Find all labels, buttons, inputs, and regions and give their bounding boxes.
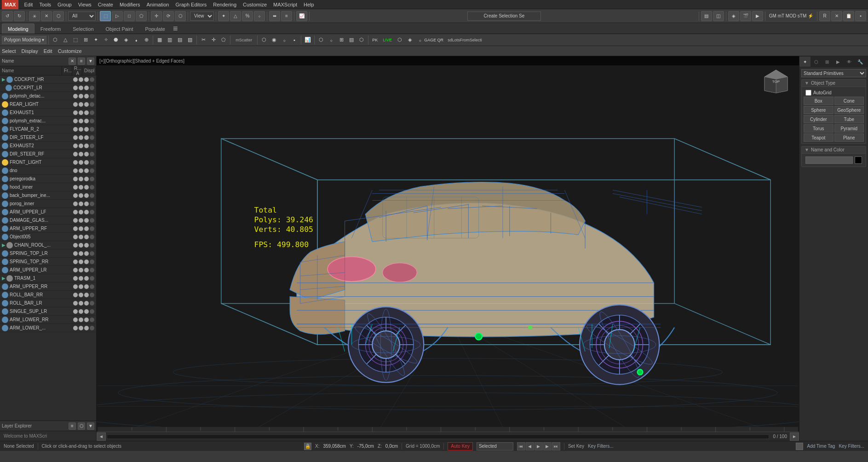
poly-icon10[interactable]: ⊕ bbox=[142, 35, 151, 45]
poly-icon9[interactable]: ⬧ bbox=[132, 35, 141, 45]
auto-key-btn[interactable]: Auto Key bbox=[448, 442, 473, 450]
selected-dropdown[interactable]: Selected bbox=[477, 442, 513, 450]
poly-icon2[interactable]: △ bbox=[61, 35, 70, 45]
poly-icon17[interactable]: ⬠ bbox=[219, 35, 228, 45]
list-item[interactable]: ROLL_BAR_LR bbox=[0, 299, 96, 307]
angle-snap[interactable]: △ bbox=[230, 11, 241, 21]
poly-icon1[interactable]: ⬡ bbox=[51, 35, 60, 45]
timeline-prev-btn[interactable]: ◄ bbox=[97, 433, 106, 441]
list-item[interactable]: DIR_STEER_LF bbox=[0, 133, 96, 142]
poly-icon4[interactable]: ⊞ bbox=[81, 35, 90, 45]
menu-graph-editors[interactable]: Graph Editors bbox=[172, 0, 209, 9]
list-item[interactable]: ARM_UPPER_RF bbox=[0, 225, 96, 233]
plane-btn[interactable]: Plane bbox=[834, 133, 864, 142]
poly-icon31[interactable]: GAGE bbox=[425, 35, 435, 45]
list-item[interactable]: ▶ COCKPIT_HR bbox=[0, 75, 96, 84]
list-item[interactable]: SPRING_TOP_RR bbox=[0, 258, 96, 266]
layer-btn2[interactable]: ⬡ bbox=[78, 422, 85, 430]
list-item[interactable]: ARM_LOWER_... bbox=[0, 324, 96, 332]
bind-button[interactable]: ⬡ bbox=[53, 11, 64, 21]
list-item[interactable]: EXHAUST2 bbox=[0, 142, 96, 150]
options-btn[interactable]: ≡ bbox=[78, 58, 85, 65]
list-item[interactable]: ROLL_BAR_RR bbox=[0, 291, 96, 299]
tube-btn[interactable]: Tube bbox=[834, 115, 864, 123]
viewport[interactable]: [+][Orthographic][Shaded + Edged Faces] bbox=[97, 56, 799, 441]
box-btn[interactable]: Box bbox=[804, 97, 834, 105]
poly-live[interactable]: LIVE bbox=[380, 35, 394, 45]
sphere-btn[interactable]: Sphere bbox=[804, 106, 834, 114]
list-item[interactable]: DIR_STEER_RF bbox=[0, 150, 96, 158]
tab-populate[interactable]: Populate bbox=[139, 23, 171, 34]
poly-icon28[interactable]: ⬡ bbox=[395, 35, 404, 45]
named-selection[interactable]: ▤ bbox=[701, 11, 712, 21]
list-item[interactable]: dno bbox=[0, 167, 96, 175]
poly-icon11[interactable]: ▦ bbox=[155, 35, 164, 45]
name-input[interactable] bbox=[805, 156, 853, 164]
right-tab-create[interactable]: ✦ bbox=[799, 57, 811, 67]
undo-button[interactable]: ↺ bbox=[2, 11, 13, 21]
list-item[interactable]: back_bumper_ine... bbox=[0, 191, 96, 200]
poly-icon14[interactable]: ▧ bbox=[185, 35, 195, 45]
right-tab-hierarchy[interactable]: ⊞ bbox=[822, 57, 833, 67]
poly-icon15[interactable]: ✂ bbox=[199, 35, 208, 45]
list-item[interactable]: FLYCAM_R_2 bbox=[0, 125, 96, 133]
menu-rendering[interactable]: Rendering bbox=[210, 0, 239, 9]
poly-icon18[interactable]: ⬡ bbox=[259, 35, 269, 45]
right-tab-display[interactable]: 👁 bbox=[844, 57, 855, 67]
poly-icon27[interactable]: ⬡ bbox=[357, 35, 366, 45]
autogrid-checkbox[interactable] bbox=[805, 90, 811, 96]
list-item[interactable]: ARM_UPPER_RR bbox=[0, 283, 96, 291]
cylinder-btn[interactable]: Cylinder bbox=[804, 115, 834, 123]
poly-label[interactable]: Polygon Modeling ▾ bbox=[2, 36, 46, 44]
close-panel-btn[interactable]: ✕ bbox=[69, 58, 76, 65]
select-object-button[interactable]: ⬚ bbox=[100, 11, 111, 21]
rotate-button[interactable]: ⟳ bbox=[163, 11, 174, 21]
mscatter-icon[interactable]: mScatter bbox=[232, 35, 255, 45]
select-menu[interactable]: Select bbox=[2, 48, 16, 54]
poly-icon22[interactable]: 📊 bbox=[303, 35, 312, 45]
list-item[interactable]: SPRING_TOP_LR bbox=[0, 249, 96, 258]
quick-render[interactable]: ▶ bbox=[752, 11, 763, 21]
app-logo[interactable]: MAX bbox=[2, 0, 18, 9]
menu-group[interactable]: Group bbox=[55, 0, 75, 9]
prev-key-btn[interactable]: ◀ bbox=[526, 442, 534, 450]
curve-editor[interactable]: 📈 bbox=[296, 11, 307, 21]
list-item[interactable]: ARM_LOWER_RR bbox=[0, 316, 96, 324]
torus-btn[interactable]: Torus bbox=[804, 124, 834, 133]
extra-btn2[interactable]: ✕ bbox=[831, 11, 842, 21]
menu-edit[interactable]: Edit bbox=[21, 0, 35, 9]
list-item[interactable]: REAR_LIGHT bbox=[0, 100, 96, 109]
lock-icon[interactable]: 🔒 bbox=[304, 443, 311, 450]
poly-icon21[interactable]: ▪ bbox=[290, 35, 299, 45]
poly-qr[interactable]: QR bbox=[436, 35, 445, 45]
menu-maxscript[interactable]: MAXScript bbox=[270, 0, 300, 9]
teapot-btn[interactable]: Teapot bbox=[804, 133, 834, 142]
menu-customize[interactable]: Customize bbox=[240, 0, 270, 9]
list-item[interactable]: COCKPIT_LR bbox=[0, 84, 96, 92]
menu-views[interactable]: Views bbox=[75, 0, 94, 9]
right-tab-modify[interactable]: ⬡ bbox=[811, 57, 822, 67]
list-item[interactable]: porog_inner bbox=[0, 200, 96, 208]
menu-help[interactable]: Help bbox=[301, 0, 317, 9]
create-selection-btn[interactable]: Create Selection Se bbox=[467, 12, 541, 21]
list-item[interactable]: SINGLE_SUP_LR bbox=[0, 307, 96, 316]
layer-btn3[interactable]: ▼ bbox=[87, 422, 94, 430]
status-indicator1[interactable] bbox=[796, 443, 803, 450]
poly-icon8[interactable]: ◈ bbox=[121, 35, 131, 45]
select-link-button[interactable]: ⚹ bbox=[29, 11, 40, 21]
rect-select-button[interactable]: □ bbox=[124, 11, 135, 21]
right-tab-motion[interactable]: ▶ bbox=[833, 57, 844, 67]
next-frame-btn[interactable]: ⏭ bbox=[552, 442, 560, 450]
key-filters-label2[interactable]: Key Filters... bbox=[839, 444, 864, 449]
poly-icon29[interactable]: ◈ bbox=[405, 35, 414, 45]
unlink-button[interactable]: ✕ bbox=[41, 11, 52, 21]
poly-icon13[interactable]: ▤ bbox=[175, 35, 184, 45]
pyramid-btn[interactable]: Pyramid bbox=[834, 124, 864, 133]
display-menu[interactable]: Display bbox=[22, 48, 38, 54]
tab-selection[interactable]: Selection bbox=[67, 23, 99, 34]
list-item[interactable]: ARM_UPPER_LR bbox=[0, 266, 96, 274]
list-item[interactable]: hood_inner bbox=[0, 183, 96, 191]
add-time-tag-label[interactable]: Add Time Tag bbox=[807, 444, 835, 449]
menu-animation[interactable]: Animation bbox=[144, 0, 172, 9]
list-item[interactable]: polymsh_extrac... bbox=[0, 117, 96, 125]
